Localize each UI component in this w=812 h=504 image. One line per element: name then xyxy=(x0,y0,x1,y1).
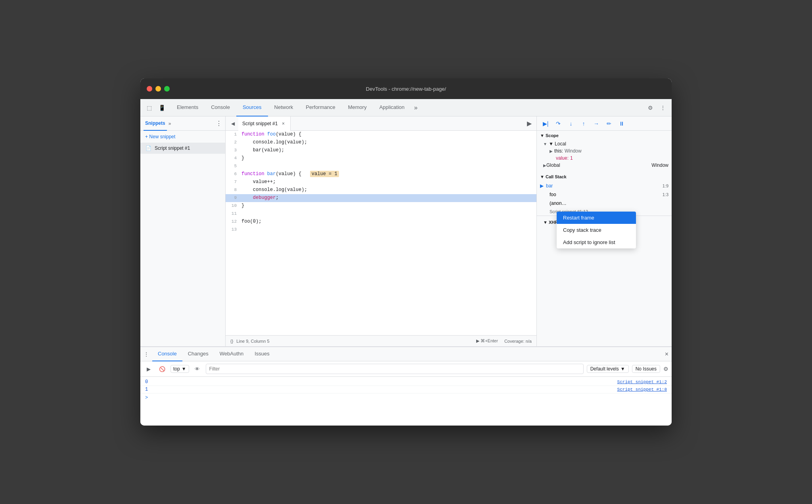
console-value-1: 1 xyxy=(145,387,148,392)
console-settings-btn[interactable]: ⚙ xyxy=(663,366,668,372)
editor-tab-1[interactable]: Script snippet #1 × xyxy=(238,116,291,131)
call-stack-arrow: ▶ xyxy=(540,183,544,189)
nav-back-btn[interactable]: ◀ xyxy=(227,118,238,129)
window-title: DevTools - chrome://new-tab-page/ xyxy=(366,86,446,92)
context-menu-ignore-list[interactable]: Add script to ignore list xyxy=(557,236,636,248)
code-line-5: 5 xyxy=(226,162,536,170)
sidebar-more-btn[interactable]: » xyxy=(169,121,171,126)
show-network-requests-btn[interactable]: 👁 xyxy=(192,364,203,374)
call-stack-header[interactable]: ▼ Call Stack xyxy=(537,172,672,181)
call-stack-fn-foo: foo xyxy=(550,192,556,197)
bottom-tabs: ⋮ Console Changes WebAuthn Issues × xyxy=(140,347,672,361)
resume-btn[interactable]: ▶| xyxy=(540,118,551,129)
code-line-4: 4 } xyxy=(226,155,536,162)
kebab-menu-btn[interactable]: ⋮ xyxy=(657,102,668,113)
sidebar-title: Snippets xyxy=(144,116,167,131)
prompt-symbol: > xyxy=(145,395,148,401)
main-tab-list: Elements Console Sources Network Perform… xyxy=(170,99,645,116)
tab-performance[interactable]: Performance xyxy=(299,99,341,116)
sidebar: Snippets » ⋮ + New snippet 📄 Script snip… xyxy=(140,116,226,346)
console-filter-input[interactable] xyxy=(206,364,584,374)
tab-webauthn[interactable]: WebAuthn xyxy=(214,347,249,361)
tab-issues[interactable]: Issues xyxy=(249,347,275,361)
step-over-btn[interactable]: ↷ xyxy=(553,118,564,129)
tab-console[interactable]: Console xyxy=(205,99,236,116)
tab-memory[interactable]: Memory xyxy=(342,99,373,116)
scope-section-header[interactable]: ▼ Scope xyxy=(537,131,672,140)
restart-frame-label: Restart frame xyxy=(563,215,594,221)
cursor-icon-btn[interactable]: ⬚ xyxy=(144,102,155,113)
editor-tab-label: Script snippet #1 xyxy=(242,121,278,126)
code-line-12: 12 foo(0); xyxy=(226,218,536,226)
sidebar-menu-btn[interactable]: ⋮ xyxy=(216,120,222,127)
context-menu-restart[interactable]: Restart frame xyxy=(557,212,636,224)
call-stack-item-bar[interactable]: ▶ bar 1:9 xyxy=(537,181,672,190)
step-into-btn[interactable]: ↓ xyxy=(565,118,576,129)
value-scope-item: value: 1 xyxy=(543,155,668,162)
close-button[interactable] xyxy=(147,86,152,92)
code-line-6: 6 function bar(value) { value = 1 xyxy=(226,170,536,178)
settings-icon-btn[interactable]: ⚙ xyxy=(645,102,656,113)
call-stack-fn-bar: bar xyxy=(546,183,553,189)
debugger-toolbar: ▶| ↷ ↓ ↑ → ✏ ⏸ xyxy=(537,116,672,131)
editor-area: ◀ Script snippet #1 × ▶ 1 function foo(v… xyxy=(226,116,537,346)
bottom-close-btn[interactable]: × xyxy=(665,351,668,358)
console-source-1[interactable]: Script snippet #1:8 xyxy=(617,387,667,392)
device-icon-btn[interactable]: 📱 xyxy=(156,102,167,113)
context-selector[interactable]: top ▼ xyxy=(170,365,189,373)
local-scope-header[interactable]: ▼ ▼ Local xyxy=(543,140,668,147)
format-btn[interactable]: {} xyxy=(230,339,233,344)
console-clear-btn[interactable]: 🚫 xyxy=(157,364,167,374)
tab-changes[interactable]: Changes xyxy=(182,347,214,361)
console-output: 0 Script snippet #1:2 1 Script snippet #… xyxy=(140,377,672,426)
global-scope-header[interactable]: ▶ Global Window xyxy=(543,162,668,169)
maximize-button[interactable] xyxy=(164,86,170,92)
this-value: Window xyxy=(565,148,582,154)
context-arrow: ▼ xyxy=(182,366,186,372)
value-val: 1 xyxy=(570,155,573,161)
console-source-0[interactable]: Script snippet #1:2 xyxy=(617,380,667,384)
tab-sources[interactable]: Sources xyxy=(236,99,268,116)
snippet-item-1[interactable]: 📄 Script snippet #1 xyxy=(140,143,225,154)
tab-console-bottom[interactable]: Console xyxy=(152,347,182,361)
add-ignore-list-label: Add script to ignore list xyxy=(563,239,615,245)
top-tab-right-actions: ⚙ ⋮ xyxy=(645,102,668,113)
minimize-button[interactable] xyxy=(155,86,161,92)
editor-tab-close[interactable]: × xyxy=(280,120,286,127)
bottom-tab-menu-btn[interactable]: ⋮ xyxy=(144,351,149,357)
tab-network[interactable]: Network xyxy=(268,99,300,116)
code-line-13: 13 xyxy=(226,226,536,234)
levels-dropdown[interactable]: Default levels ▼ xyxy=(587,365,629,373)
console-prompt[interactable]: > xyxy=(140,393,672,402)
coverage-label: Coverage: n/a xyxy=(504,339,532,344)
context-menu-copy-trace[interactable]: Copy stack trace xyxy=(557,224,636,236)
cursor-position: Line 9, Column 5 xyxy=(236,339,269,344)
step-out-btn[interactable]: ↑ xyxy=(578,118,589,129)
value-key: value: xyxy=(556,155,569,161)
call-stack-item-anon[interactable]: (anon… xyxy=(537,199,672,208)
editor-run-btn[interactable]: ▶ xyxy=(524,118,535,129)
call-stack-loc-foo: 1:3 xyxy=(663,192,668,197)
snippet-icon: 📄 xyxy=(145,145,151,151)
deactivate-btn[interactable]: ✏ xyxy=(603,118,615,129)
call-stack-label: ▼ Call Stack xyxy=(540,174,567,179)
code-editor[interactable]: 1 function foo(value) { 2 console.log(va… xyxy=(226,131,536,335)
more-tabs-button[interactable]: » xyxy=(411,104,421,111)
top-tab-bar: ⬚ 📱 Elements Console Sources Network Per… xyxy=(140,99,672,116)
step-btn[interactable]: → xyxy=(591,118,602,129)
tab-elements[interactable]: Elements xyxy=(170,99,205,116)
call-stack-item-foo[interactable]: foo 1:3 xyxy=(537,190,672,199)
no-issues-btn[interactable]: No Issues xyxy=(632,365,660,373)
scope-section-content: ▼ ▼ Local ▶ this: Window value: 1 ▶ Glob… xyxy=(537,140,672,172)
levels-label: Default levels xyxy=(590,366,619,372)
this-scope-item[interactable]: ▶ this: Window xyxy=(543,147,668,155)
pause-btn[interactable]: ⏸ xyxy=(616,118,627,129)
scope-label: ▼ Scope xyxy=(540,133,559,138)
status-bar-right: ▶ ⌘+Enter Coverage: n/a xyxy=(476,338,532,344)
console-run-btn[interactable]: ▶ xyxy=(144,364,154,374)
new-snippet-button[interactable]: + New snippet xyxy=(140,131,225,143)
tab-application[interactable]: Application xyxy=(373,99,411,116)
global-label: Global xyxy=(546,162,560,168)
run-shortcut[interactable]: ▶ ⌘+Enter xyxy=(476,338,498,344)
global-value: Window xyxy=(651,162,668,168)
